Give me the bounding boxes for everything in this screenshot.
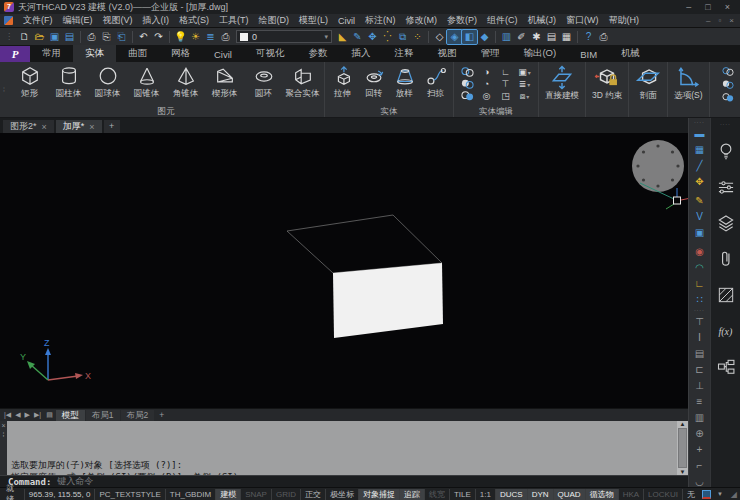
- cd-edit-icon[interactable]: ▣: [692, 225, 708, 240]
- properties-panel-icon[interactable]: ▥: [499, 30, 514, 44]
- add-layout-button[interactable]: +: [155, 410, 168, 420]
- menu-item[interactable]: 修改(M): [401, 14, 443, 27]
- layout-nav-button[interactable]: ▶|: [32, 411, 43, 419]
- layer-manager-icon[interactable]: ≣: [203, 30, 218, 44]
- ribbon-tab[interactable]: Civil: [202, 47, 244, 62]
- menu-item[interactable]: Civil: [333, 16, 360, 26]
- mdi-minimize-button[interactable]: –: [706, 16, 710, 25]
- ribbon-tab[interactable]: 注释: [382, 45, 425, 62]
- status-toggle[interactable]: 965.39, 115.55, 0: [24, 489, 95, 500]
- subtract-icon[interactable]: [458, 78, 477, 90]
- document-tab[interactable]: 加厚* ×: [56, 120, 102, 133]
- scrollbar-thumb[interactable]: [678, 428, 687, 468]
- dim-center-icon[interactable]: ⊕: [692, 426, 708, 441]
- color-face-icon[interactable]: ◔: [477, 78, 496, 90]
- save-icon[interactable]: ▣: [47, 30, 62, 44]
- offset-face-icon[interactable]: ◳: [496, 90, 515, 102]
- ribbon-tab[interactable]: 实体: [73, 45, 116, 62]
- menu-item[interactable]: 模型(L): [294, 14, 333, 27]
- ribbon-tab[interactable]: 视图: [425, 45, 468, 62]
- scroll-up-icon[interactable]: ▲: [680, 421, 686, 427]
- ribbon-tab[interactable]: 输出(O): [511, 45, 568, 62]
- ribbon-button[interactable]: 角锥体: [166, 63, 205, 105]
- toolbar-grip[interactable]: ∙∙∙∙: [694, 308, 705, 313]
- undo-icon[interactable]: ↶: [136, 30, 151, 44]
- dim-stack-icon[interactable]: ≡: [692, 394, 708, 409]
- mdi-close-button[interactable]: ×: [729, 16, 734, 25]
- light-icon[interactable]: 💡: [173, 30, 188, 44]
- layout-nav-button[interactable]: ◀: [13, 411, 22, 419]
- rectangle-tool-icon[interactable]: ▬: [692, 126, 708, 141]
- separate-icon[interactable]: ≣▾: [515, 78, 534, 90]
- visual-style-realistic-icon[interactable]: ◆: [477, 30, 492, 44]
- toolbar-grip[interactable]: ∙∙∙∙: [694, 120, 705, 125]
- status-toggle[interactable]: DYN: [527, 489, 553, 500]
- settings-gear-icon[interactable]: ✱: [529, 30, 544, 44]
- spline-tool-icon[interactable]: ╱: [692, 158, 708, 173]
- ribbon-overflow-icons[interactable]: [720, 66, 736, 103]
- quick-select-icon[interactable]: ✥: [365, 30, 380, 44]
- erase-icon[interactable]: ✐: [514, 30, 529, 44]
- annotation-flag-icon[interactable]: [702, 490, 711, 499]
- close-command-window-icon[interactable]: ×: [1, 422, 5, 429]
- menu-item[interactable]: 窗口(W): [561, 14, 604, 27]
- ribbon-button[interactable]: 扫掠: [420, 63, 451, 105]
- ungroup-icon[interactable]: ⁘: [410, 30, 425, 44]
- batch-plot-icon[interactable]: ⎗: [114, 30, 129, 44]
- menu-item[interactable]: 格式(S): [174, 14, 214, 27]
- plot-preview-icon[interactable]: ⎙: [84, 30, 99, 44]
- new-file-icon[interactable]: 🗋: [17, 30, 32, 44]
- visual-style-2d-icon[interactable]: ◇: [432, 30, 447, 44]
- maximize-button[interactable]: □: [705, 2, 710, 12]
- solid-box-object[interactable]: [287, 215, 443, 338]
- layers-panel-button[interactable]: [714, 205, 738, 241]
- shell-icon[interactable]: ▣▾: [515, 66, 534, 78]
- dim-box-icon[interactable]: ▥: [692, 410, 708, 425]
- redo-icon[interactable]: ↷: [151, 30, 166, 44]
- layer-select[interactable]: 0 ▾: [236, 30, 332, 43]
- menu-item[interactable]: 工具(T): [214, 14, 254, 27]
- status-toggle[interactable]: GRID: [271, 489, 300, 500]
- dim-cross-icon[interactable]: +: [692, 442, 708, 457]
- command-scrollbar[interactable]: ▲ ▼: [677, 421, 688, 475]
- status-toggle[interactable]: HKA: [618, 489, 643, 500]
- ribbon-tab[interactable]: 参数: [296, 45, 339, 62]
- resize-grip-icon[interactable]: ◢: [726, 490, 740, 499]
- group-icon[interactable]: ⧉: [395, 30, 410, 44]
- paint-bucket-icon[interactable]: ◣: [335, 30, 350, 44]
- layout-nav-button[interactable]: |◀: [2, 411, 13, 419]
- menu-item[interactable]: 帮助(H): [604, 14, 645, 27]
- ribbon-grip[interactable]: ⁞: [0, 62, 8, 117]
- status-toggle[interactable]: 线宽: [424, 489, 449, 500]
- ribbon-button[interactable]: 矩形: [10, 63, 49, 105]
- menu-item[interactable]: 视图(V): [98, 14, 138, 27]
- 3d-constraint-button[interactable]: 3D 约束: [586, 62, 629, 117]
- menu-item[interactable]: 编辑(E): [58, 14, 98, 27]
- ribbon-button[interactable]: 楔形体: [205, 63, 244, 105]
- sun-icon[interactable]: ☀: [188, 30, 203, 44]
- command-window-grip[interactable]: × ⁞: [0, 421, 7, 475]
- status-toggle[interactable]: 对象捕捉: [358, 489, 399, 500]
- grid-tool-icon[interactable]: ▦: [692, 142, 708, 157]
- command-input-line[interactable]: Command: 键入命令: [0, 475, 688, 487]
- menu-item[interactable]: 机械(J): [523, 14, 562, 27]
- layout-tab[interactable]: 布局1: [86, 410, 120, 421]
- ribbon-button[interactable]: 圆柱体: [49, 63, 88, 105]
- mdi-restore-button[interactable]: ▫: [718, 16, 721, 25]
- visual-style-hidden-icon[interactable]: ◧: [462, 30, 477, 44]
- status-toggle[interactable]: QUAD: [553, 489, 585, 500]
- panel-grip[interactable]: ∙∙∙∙: [720, 121, 731, 127]
- dim-continue-icon[interactable]: ⊏: [692, 362, 708, 377]
- close-tab-icon[interactable]: ×: [89, 122, 94, 132]
- menu-item[interactable]: 参数(P): [442, 14, 482, 27]
- surface-tool-icon[interactable]: V: [692, 209, 708, 224]
- selection-filter-icon[interactable]: ⁛: [380, 30, 395, 44]
- angle-tool-icon[interactable]: ∟: [692, 276, 708, 291]
- dim-corner-icon[interactable]: ⌐: [692, 458, 708, 473]
- status-toggle[interactable]: LOCKUI: [643, 489, 682, 500]
- extract-edge-icon[interactable]: ◎: [477, 90, 496, 102]
- dim-linear-icon[interactable]: ⊤: [692, 314, 708, 329]
- section-button[interactable]: 剖面: [629, 62, 668, 117]
- layer-print-icon[interactable]: ⎙: [218, 30, 233, 44]
- render-settings-button[interactable]: [714, 169, 738, 205]
